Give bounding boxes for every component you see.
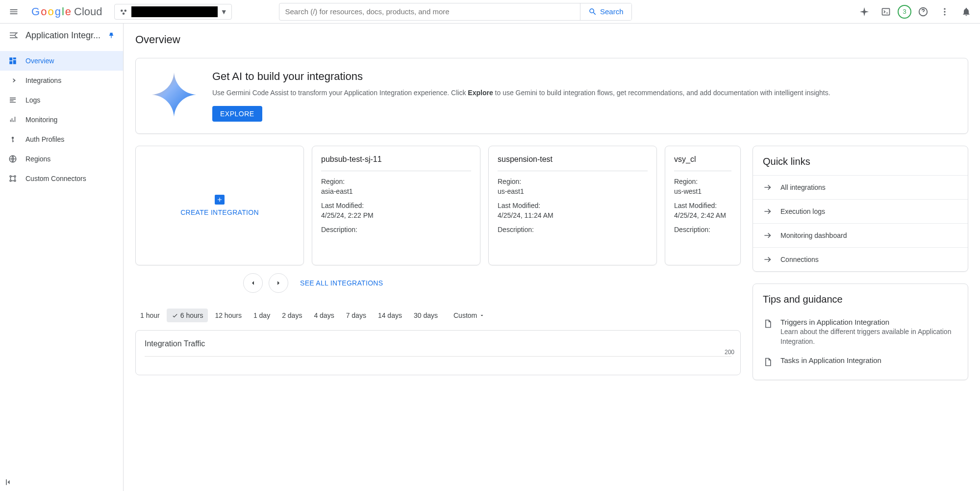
integration-card[interactable]: pubsub-test-sj-11 Region:asia-east1 Last… bbox=[312, 146, 480, 265]
free-trial-badge[interactable]: 3 bbox=[898, 5, 911, 19]
timerange-1h[interactable]: 1 hour bbox=[135, 309, 165, 322]
sidebar-item-integrations[interactable]: Integrations bbox=[0, 71, 123, 90]
integration-card[interactable]: suspension-test Region:us-east1 Last Mod… bbox=[488, 146, 657, 265]
timerange-1d[interactable]: 1 day bbox=[249, 309, 275, 322]
gemini-spark-icon bbox=[150, 70, 199, 119]
sidebar-item-custom-connectors[interactable]: Custom Connectors bbox=[0, 169, 123, 188]
google-cloud-logo[interactable]: Google Cloud bbox=[27, 5, 106, 18]
sidebar-item-label: Regions bbox=[25, 155, 50, 163]
project-name-redacted bbox=[131, 6, 218, 17]
timerange-12h[interactable]: 12 hours bbox=[210, 309, 246, 322]
search-icon bbox=[588, 7, 597, 16]
collapse-sidebar-icon[interactable] bbox=[0, 473, 18, 491]
cloud-shell-icon[interactable] bbox=[876, 2, 896, 22]
document-icon bbox=[763, 357, 773, 367]
hamburger-menu-icon[interactable] bbox=[4, 2, 24, 22]
sidebar-item-label: Monitoring bbox=[25, 116, 57, 124]
quick-link-label: Monitoring dashboard bbox=[780, 232, 847, 239]
tip-title: Tasks in Application Integration bbox=[780, 356, 881, 364]
searchbar: Search bbox=[279, 3, 632, 21]
tip-desc: Learn about the different triggers avail… bbox=[780, 327, 958, 346]
svg-point-8 bbox=[12, 137, 14, 139]
caret-down-icon bbox=[479, 312, 485, 318]
quick-links-panel: Quick links All integrations Execution l… bbox=[753, 146, 968, 272]
sidebar-item-logs[interactable]: Logs bbox=[0, 90, 123, 110]
check-icon bbox=[172, 312, 178, 319]
svg-point-7 bbox=[944, 14, 945, 15]
product-name: Application Integr... bbox=[25, 30, 101, 41]
create-integration-card[interactable]: CREATE INTEGRATION bbox=[135, 146, 304, 265]
integration-traffic-card: Integration Traffic 200 bbox=[135, 330, 741, 375]
arrow-right-icon bbox=[763, 255, 773, 264]
quick-link-connections[interactable]: Connections bbox=[753, 247, 968, 271]
gemini-promo-card: Get AI to build your integrations Use Ge… bbox=[135, 58, 968, 134]
timerange-14d[interactable]: 14 days bbox=[373, 309, 407, 322]
svg-point-2 bbox=[122, 12, 125, 15]
tip-item[interactable]: Tasks in Application Integration bbox=[763, 351, 958, 372]
next-page-button[interactable] bbox=[269, 273, 288, 293]
sidebar-item-monitoring[interactable]: Monitoring bbox=[0, 110, 123, 129]
quick-link-all-integrations[interactable]: All integrations bbox=[753, 175, 968, 199]
project-picker[interactable]: ▼ bbox=[114, 4, 232, 20]
sidebar-item-label: Overview bbox=[25, 57, 54, 65]
create-integration-label: CREATE INTEGRATION bbox=[180, 208, 259, 216]
search-button-label: Search bbox=[600, 7, 624, 16]
tips-panel: Tips and guidance Triggers in Applicatio… bbox=[753, 284, 968, 380]
quick-links-title: Quick links bbox=[753, 146, 968, 175]
timerange-2d[interactable]: 2 days bbox=[277, 309, 307, 322]
help-icon[interactable] bbox=[913, 2, 933, 22]
sidebar-item-label: Auth Profiles bbox=[25, 135, 64, 143]
quick-link-label: All integrations bbox=[780, 183, 826, 191]
quick-link-label: Connections bbox=[780, 256, 819, 263]
more-vert-icon[interactable] bbox=[935, 2, 955, 22]
traffic-title: Integration Traffic bbox=[145, 339, 731, 348]
timerange-custom[interactable]: Custom bbox=[449, 309, 490, 322]
project-icon bbox=[119, 7, 128, 17]
svg-point-6 bbox=[944, 11, 945, 12]
connectors-icon bbox=[8, 174, 18, 183]
timerange-7d[interactable]: 7 days bbox=[341, 309, 371, 322]
monitoring-icon bbox=[8, 115, 18, 125]
logo-cloud-text: Cloud bbox=[74, 5, 102, 18]
search-input[interactable] bbox=[279, 7, 580, 16]
product-icon bbox=[8, 29, 20, 41]
pin-icon[interactable] bbox=[107, 31, 115, 39]
quick-link-execution-logs[interactable]: Execution logs bbox=[753, 199, 968, 223]
traffic-chart: 200 bbox=[145, 356, 731, 366]
promo-heading: Get AI to build your integrations bbox=[212, 70, 830, 83]
tip-title: Triggers in Application Integration bbox=[780, 318, 958, 326]
timerange-picker: 1 hour 6 hours 12 hours 1 day 2 days 4 d… bbox=[135, 309, 741, 322]
chevron-right-icon bbox=[275, 279, 282, 287]
integration-card[interactable]: vsy_cl Region:us-west1 Last Modified:4/2… bbox=[665, 146, 741, 265]
arrow-right-icon bbox=[763, 182, 773, 192]
dashboard-icon bbox=[8, 56, 18, 66]
timerange-30d[interactable]: 30 days bbox=[409, 309, 443, 322]
sidebar-item-label: Custom Connectors bbox=[25, 175, 86, 182]
see-all-integrations-link[interactable]: SEE ALL INTEGRATIONS bbox=[300, 279, 383, 287]
integration-name: suspension-test bbox=[498, 155, 648, 171]
search-button[interactable]: Search bbox=[580, 3, 631, 20]
sidebar-item-regions[interactable]: Regions bbox=[0, 149, 123, 169]
page-title: Overview bbox=[135, 33, 968, 46]
notifications-icon[interactable] bbox=[956, 2, 976, 22]
integration-name: pubsub-test-sj-11 bbox=[321, 155, 471, 171]
svg-point-11 bbox=[14, 176, 16, 177]
gemini-icon[interactable] bbox=[854, 2, 874, 22]
integration-name: vsy_cl bbox=[674, 155, 731, 171]
tip-item[interactable]: Triggers in Application Integration Lear… bbox=[763, 313, 958, 351]
sidebar-item-overview[interactable]: Overview bbox=[0, 51, 123, 71]
svg-point-10 bbox=[10, 176, 11, 177]
svg-point-5 bbox=[944, 8, 945, 9]
svg-point-13 bbox=[14, 180, 16, 181]
quick-link-monitoring-dashboard[interactable]: Monitoring dashboard bbox=[753, 223, 968, 247]
key-icon bbox=[8, 134, 18, 144]
explore-button[interactable]: EXPLORE bbox=[212, 106, 262, 122]
arrow-right-icon bbox=[763, 207, 773, 216]
prev-page-button[interactable] bbox=[243, 273, 263, 293]
sidebar-item-auth-profiles[interactable]: Auth Profiles bbox=[0, 129, 123, 149]
traffic-y-tick: 200 bbox=[725, 349, 734, 356]
svg-point-0 bbox=[121, 9, 123, 12]
svg-point-1 bbox=[124, 9, 126, 12]
timerange-4d[interactable]: 4 days bbox=[309, 309, 339, 322]
timerange-6h[interactable]: 6 hours bbox=[167, 309, 208, 322]
